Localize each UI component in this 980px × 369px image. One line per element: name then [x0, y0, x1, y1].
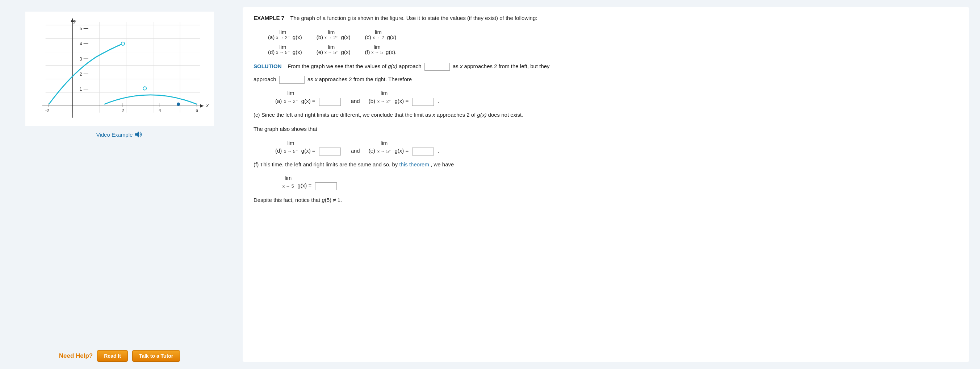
graph-shows-text: The graph also shows that: [253, 126, 317, 132]
part-d-header: (d) lim x → 5⁻ g(x): [268, 44, 302, 55]
solution-section: SOLUTION From the graph we see that the …: [253, 62, 958, 205]
left-panel: too far left. Let scale = 60px per unit …: [11, 7, 228, 362]
despite-para: Despite this fact, notice that g(5) ≠ 1.: [253, 195, 958, 205]
eq-f: lim x → 5 g(x) =: [283, 173, 338, 191]
svg-text:2: 2: [80, 72, 82, 77]
read-it-button[interactable]: Read It: [97, 350, 128, 362]
part-c-header: (c) lim x → 2 g(x): [365, 29, 396, 40]
svg-text:3: 3: [80, 56, 82, 62]
eq-row-f: lim x → 5 g(x) =: [253, 173, 958, 191]
example-description: The graph of a function g is shown in th…: [290, 15, 537, 21]
eq-a: (a) lim x → 2⁻ g(x) =: [275, 88, 342, 106]
svg-text:4: 4: [80, 42, 82, 46]
parts-row-2: (d) lim x → 5⁻ g(x) (e) lim x → 5⁺ g(x) …: [253, 44, 958, 55]
talk-to-tutor-button[interactable]: Talk to a Tutor: [132, 350, 180, 362]
graph-shows-para: The graph also shows that: [253, 124, 958, 134]
solution-para-c: (c) Since the left and right limits are …: [253, 110, 958, 120]
solution-text1: From the graph we see that the values of…: [288, 63, 421, 69]
video-example-label: Video Example: [96, 132, 133, 138]
part-b-header: (b) lim x → 2⁺ g(x): [317, 29, 350, 40]
svg-point-37: [143, 86, 146, 90]
graph-svg: too far left. Let scale = 60px per unit …: [25, 11, 214, 127]
answer-box-b[interactable]: [412, 98, 434, 106]
eq-b: (b) lim x → 2⁺ g(x) = .: [369, 88, 439, 106]
svg-text:4: 4: [159, 108, 161, 113]
svg-text:-2: -2: [45, 108, 49, 113]
speaker-icon: [135, 131, 143, 138]
answer-box-1[interactable]: [425, 63, 450, 71]
svg-text:1: 1: [80, 86, 82, 92]
theorem-link[interactable]: this theorem: [399, 161, 429, 168]
solution-text4: approach: [253, 76, 276, 82]
solution-para-1: SOLUTION From the graph we see that the …: [253, 62, 958, 71]
part-e-header: (e) lim x → 5⁺ g(x): [317, 44, 350, 55]
svg-marker-39: [135, 132, 139, 137]
video-example-link[interactable]: Video Example: [96, 131, 143, 138]
svg-rect-0: [25, 11, 214, 126]
answer-box-e[interactable]: [412, 147, 434, 155]
eq-row-ab: (a) lim x → 2⁻ g(x) = and (b) lim x → 2⁺: [253, 88, 958, 106]
answer-box-d[interactable]: [319, 147, 341, 155]
solution-text5: as x approaches 2 from the right. Theref…: [307, 76, 412, 82]
eq-d: (d) lim x → 5⁻ g(x) =: [275, 138, 342, 156]
answer-box-f[interactable]: [315, 182, 337, 190]
example-number: EXAMPLE 7: [253, 15, 284, 21]
solution-text3: as x approaches 2 from the left, but the…: [453, 63, 550, 69]
graph-container: too far left. Let scale = 60px per unit …: [25, 11, 214, 127]
answer-box-2[interactable]: [279, 76, 305, 84]
svg-text:2: 2: [122, 108, 124, 113]
example-header: EXAMPLE 7 The graph of a function g is s…: [253, 14, 958, 22]
part-f-header: (f) lim x → 5 g(x).: [365, 44, 396, 55]
eq-e: (e) lim x → 5⁺ g(x) = .: [369, 138, 439, 156]
answer-box-a[interactable]: [319, 98, 341, 106]
solution-para-f: (f) This time, the left and right limits…: [253, 160, 958, 169]
solution-label: SOLUTION: [253, 63, 282, 69]
svg-text:x: x: [206, 102, 209, 108]
svg-text:5: 5: [80, 26, 82, 31]
page-container: too far left. Let scale = 60px per unit …: [0, 0, 980, 369]
solution-para-2: approach as x approaches 2 from the righ…: [253, 75, 958, 84]
right-panel: EXAMPLE 7 The graph of a function g is s…: [243, 7, 969, 362]
need-help-section: Need Help? Read It Talk to a Tutor: [59, 223, 180, 362]
svg-point-36: [121, 42, 124, 45]
svg-point-38: [177, 102, 180, 106]
part-a-header: (a) lim x → 2⁻ g(x): [268, 29, 302, 40]
eq-row-de: (d) lim x → 5⁻ g(x) = and (e) lim x → 5⁺: [253, 138, 958, 156]
need-help-label: Need Help?: [59, 352, 93, 359]
parts-row-1: (a) lim x → 2⁻ g(x) (b) lim x → 2⁺ g(x) …: [253, 29, 958, 40]
svg-text:6: 6: [196, 108, 198, 113]
